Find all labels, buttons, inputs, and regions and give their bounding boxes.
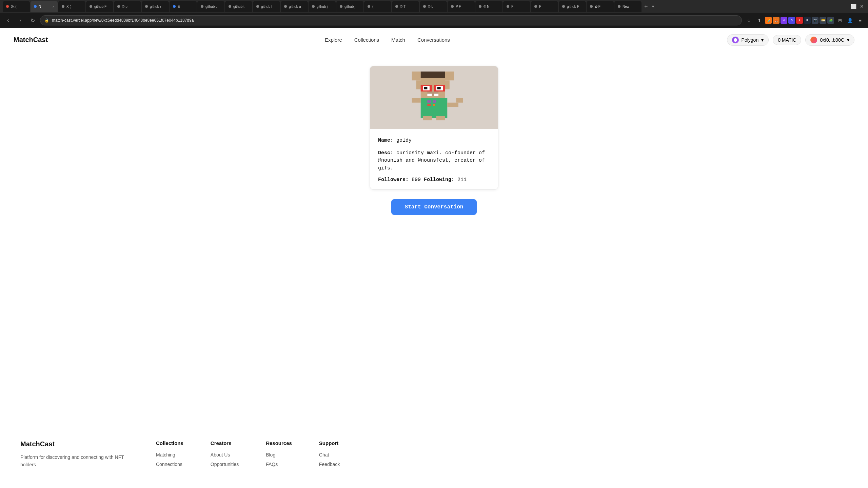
ext-camera[interactable]: 📷 xyxy=(812,17,818,24)
tab-new[interactable]: New xyxy=(614,1,642,12)
footer-link-connections[interactable]: Connections xyxy=(156,462,183,467)
footer-col-resources: Resources Blog FAQs xyxy=(266,440,292,471)
footer-creators-heading: Creators xyxy=(211,440,239,446)
tab-github-f2[interactable]: github f xyxy=(253,1,280,12)
address-bar-row: ‹ › ↻ 🔒 match-cast.vercel.app/new/0xc5ee… xyxy=(0,13,868,28)
app-nav: Explore Collections Match Conversations xyxy=(325,37,450,43)
sidebar-icon[interactable]: ⊟ xyxy=(835,16,844,25)
wallet-button[interactable]: 0xf0...b90C ▾ xyxy=(805,34,854,46)
footer-link-faqs[interactable]: FAQs xyxy=(266,462,292,467)
ext-fox[interactable]: 🦊 xyxy=(773,17,780,24)
main-content: Name: goldy Desc: curiosity maxi. co-fou… xyxy=(0,52,868,423)
tab-n[interactable]: © N xyxy=(475,1,502,12)
network-button[interactable]: Polygon ▾ xyxy=(727,34,769,46)
nav-explore[interactable]: Explore xyxy=(325,37,342,43)
ext-p[interactable]: P xyxy=(804,17,811,24)
matic-balance-button[interactable]: 0 MATIC xyxy=(773,35,801,45)
toolbar-icons: ☆ ⬆ 🌈 🦊 V S A P 📷 💳 🧩 ⊟ 👤 ≡ xyxy=(745,16,865,25)
network-name: Polygon xyxy=(742,37,759,43)
tab-github-f3[interactable]: github F xyxy=(559,1,586,12)
tab-flower-f[interactable]: ✿ F xyxy=(587,1,614,12)
footer-link-chat[interactable]: Chat xyxy=(319,452,340,458)
back-button[interactable]: ‹ xyxy=(3,16,13,25)
svg-rect-18 xyxy=(412,72,421,80)
svg-marker-0 xyxy=(734,38,737,42)
footer-brand: MatchCast Platform for discovering and c… xyxy=(20,440,129,471)
close-window-button[interactable]: ✕ xyxy=(860,4,864,9)
followers-value: 899 xyxy=(412,177,421,183)
name-value: goldy xyxy=(396,138,412,143)
app-header: MatchCast Explore Collections Match Conv… xyxy=(0,28,868,52)
tab-github-j2[interactable]: github j xyxy=(336,1,363,12)
footer-link-blog[interactable]: Blog xyxy=(266,452,292,458)
profile-stats: Followers: 899 Following: 211 xyxy=(378,177,490,183)
svg-rect-5 xyxy=(436,116,445,120)
new-tab-button[interactable]: + xyxy=(642,3,650,9)
nav-match[interactable]: Match xyxy=(391,37,405,43)
ext-a[interactable]: A xyxy=(796,17,803,24)
following-value: 211 xyxy=(457,177,467,183)
tab-l[interactable]: © L xyxy=(420,1,447,12)
tab-x[interactable]: X ( xyxy=(58,1,85,12)
tab-github-a[interactable]: github a xyxy=(281,1,308,12)
footer-link-matching[interactable]: Matching xyxy=(156,452,183,458)
tab-0k[interactable]: 0k ( xyxy=(3,1,30,12)
tab-github-c[interactable]: github c xyxy=(197,1,224,12)
network-chevron: ▾ xyxy=(761,37,764,43)
footer-collections-heading: Collections xyxy=(156,440,183,446)
footer-link-opportunities[interactable]: Opportunities xyxy=(211,462,239,467)
svg-rect-19 xyxy=(445,72,454,80)
footer-col-support: Support Chat Feedback xyxy=(319,440,340,471)
footer-links: Collections Matching Connections Creator… xyxy=(156,440,848,471)
svg-rect-16 xyxy=(427,94,432,96)
profile-icon[interactable]: 👤 xyxy=(846,16,854,25)
desc-label: Desc: xyxy=(378,150,393,156)
lock-icon: 🔒 xyxy=(44,18,49,23)
profile-name-field: Name: goldy xyxy=(378,137,490,145)
forward-button[interactable]: › xyxy=(16,16,25,25)
profile-desc-field: Desc: curiosity maxi. co-founder of @nou… xyxy=(378,149,490,172)
tab-paren[interactable]: ( xyxy=(364,1,391,12)
wallet-address: 0xf0...b90C xyxy=(820,37,844,43)
profile-card: Name: goldy Desc: curiosity maxi. co-fou… xyxy=(370,66,498,190)
tab-github-p[interactable]: © p xyxy=(114,1,141,12)
footer-link-about[interactable]: About Us xyxy=(211,452,239,458)
share-icon[interactable]: ⬆ xyxy=(755,16,764,25)
tab-matchcast[interactable]: N × xyxy=(31,1,58,12)
tab-github-r[interactable]: github r xyxy=(142,1,169,12)
tab-f2[interactable]: F xyxy=(531,1,558,12)
app-wrapper: MatchCast Explore Collections Match Conv… xyxy=(0,28,868,488)
footer-col-collections: Collections Matching Connections xyxy=(156,440,183,471)
reload-button[interactable]: ↻ xyxy=(28,16,37,25)
start-conversation-button[interactable]: Start Conversation xyxy=(391,199,477,215)
footer-link-feedback[interactable]: Feedback xyxy=(319,462,340,467)
tab-github-j[interactable]: github j xyxy=(309,1,336,12)
ext-rainbow[interactable]: 🌈 xyxy=(765,17,772,24)
bookmark-icon[interactable]: ☆ xyxy=(745,16,753,25)
maximize-button[interactable]: ⬜ xyxy=(851,4,856,9)
svg-rect-23 xyxy=(427,100,431,103)
footer-resources-heading: Resources xyxy=(266,440,292,446)
tab-f1[interactable]: F xyxy=(503,1,530,12)
svg-rect-24 xyxy=(433,100,436,103)
nav-collections[interactable]: Collections xyxy=(354,37,379,43)
ext-v[interactable]: V xyxy=(781,17,787,24)
tab-t[interactable]: © T xyxy=(392,1,419,12)
tab-overflow-button[interactable]: ▾ xyxy=(652,4,654,9)
address-bar[interactable]: 🔒 match-cast.vercel.app/new/0xc5eedd4809… xyxy=(40,15,742,25)
ext-puzzle[interactable]: 🧩 xyxy=(827,17,834,24)
tab-pf[interactable]: P F xyxy=(448,1,475,12)
minimize-button[interactable]: — xyxy=(843,4,847,9)
tab-e[interactable]: E xyxy=(170,1,197,12)
ext-wallet[interactable]: 💳 xyxy=(820,17,826,24)
menu-icon[interactable]: ≡ xyxy=(856,16,865,25)
tab-github-t[interactable]: github t xyxy=(225,1,252,12)
extension-icons: 🌈 🦊 V S A P 📷 💳 🧩 xyxy=(765,16,834,25)
svg-rect-14 xyxy=(437,87,441,89)
ext-s[interactable]: S xyxy=(788,17,795,24)
svg-rect-25 xyxy=(427,104,431,106)
footer-col-creators: Creators About Us Opportunities xyxy=(211,440,239,471)
header-right: Polygon ▾ 0 MATIC 0xf0...b90C ▾ xyxy=(727,34,854,46)
tab-github-f[interactable]: github F xyxy=(86,1,113,12)
nav-conversations[interactable]: Conversations xyxy=(417,37,450,43)
